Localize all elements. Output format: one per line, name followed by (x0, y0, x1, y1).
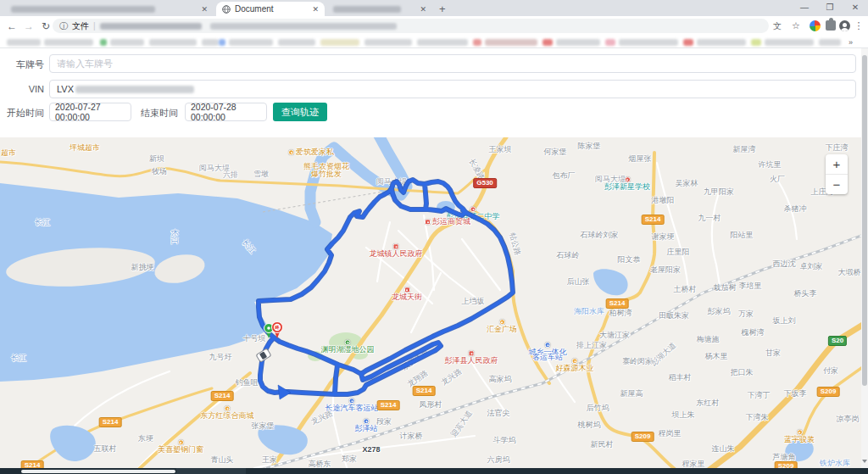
new-tab-button[interactable]: + (439, 3, 446, 15)
bookmark-item-redacted[interactable] (485, 39, 537, 46)
bookmark-item-redacted[interactable] (751, 39, 761, 46)
bookmark-item-redacted[interactable] (473, 39, 481, 46)
bookmark-item-redacted[interactable] (202, 39, 219, 46)
bookmark-item-redacted[interactable] (364, 39, 412, 46)
bookmark-item-redacted[interactable] (100, 39, 107, 46)
vin-value: LVX (57, 84, 74, 94)
map-zoom-control: + − (826, 154, 848, 194)
plate-input[interactable]: 请输入车牌号 (49, 54, 856, 73)
scroll-down-icon[interactable] (862, 460, 867, 463)
url-separator: | (93, 21, 96, 31)
horizontal-scrollbar-segment (176, 468, 246, 474)
basemap-layer (0, 137, 861, 468)
bookmark-item-redacted[interactable] (605, 39, 615, 46)
bookmark-item-redacted[interactable] (683, 39, 693, 46)
window-maximize-button[interactable]: ❐ (817, 0, 843, 16)
bookmark-item-redacted[interactable] (278, 39, 315, 46)
window-minimize-button[interactable]: — (792, 0, 817, 16)
tab-close-icon[interactable]: ✕ (413, 5, 426, 14)
end-time-input[interactable]: 2020-07-28 00:00:00 (185, 103, 267, 121)
start-time-input[interactable]: 2020-07-27 00:00:00 (49, 103, 131, 121)
vin-label: VIN (5, 84, 44, 94)
plate-label: 车牌号 (5, 59, 44, 71)
bookmark-item-redacted[interactable] (219, 39, 225, 46)
vertical-scrollbar[interactable] (861, 48, 868, 468)
tab-title-redacted (11, 6, 155, 13)
bookmarks-overflow-icon[interactable]: » (849, 38, 853, 47)
reload-icon[interactable]: ↻ (37, 20, 54, 32)
end-time-label: 结束时间 (141, 107, 178, 120)
browser-menu-icon[interactable]: ⋮ (851, 19, 866, 33)
bookmark-item-redacted[interactable] (542, 39, 553, 46)
bookmark-item-redacted[interactable] (149, 39, 197, 46)
map-canvas[interactable]: 坪城超市超市新坝阅马大堤牧场六排雪墩阅马大堤阅马大堤爱筑爱家私熊毛农资烟花爆竹批… (0, 137, 861, 468)
start-time-value: 2020-07-27 00:00:00 (55, 102, 125, 122)
horizontal-scrollbar[interactable] (0, 468, 868, 474)
bookmark-item-redacted[interactable] (619, 39, 678, 46)
url-scheme: 文件 (72, 20, 89, 32)
extension-colored-icon[interactable] (810, 20, 821, 31)
info-icon: ⓘ (59, 20, 68, 32)
tab-close-icon[interactable]: ✕ (305, 5, 319, 14)
globe-icon (222, 5, 231, 14)
window-close-button[interactable]: ✕ (843, 0, 868, 16)
bookmark-item-redacted[interactable] (556, 39, 600, 46)
start-time-label: 开始时间 (5, 107, 44, 120)
query-track-button[interactable]: 查询轨迹 (273, 103, 327, 121)
forward-icon[interactable]: → (20, 20, 37, 32)
vertical-scrollbar-thumb[interactable] (862, 55, 867, 386)
bookmark-item-redacted[interactable] (697, 39, 746, 46)
bookmark-item-redacted[interactable] (819, 39, 841, 46)
bookmark-item-redacted[interactable] (765, 39, 814, 46)
browser-tab-strip: ✕ Document ✕ ✕ + — ❐ ✕ (0, 0, 868, 16)
plate-placeholder: 请输入车牌号 (57, 58, 113, 70)
vin-input[interactable]: LVX (49, 80, 856, 98)
tab-blurred-2[interactable]: ✕ (327, 2, 432, 16)
url-redacted (100, 23, 202, 30)
horizontal-scrollbar-thumb[interactable] (21, 470, 175, 474)
bookmark-item-redacted[interactable] (44, 39, 93, 46)
translate-icon[interactable]: 文 (770, 19, 785, 33)
vin-redacted (75, 86, 194, 93)
bookmarks-bar (0, 36, 868, 48)
bookmark-item-redacted[interactable] (110, 39, 144, 46)
tab-title-redacted (333, 6, 401, 13)
back-icon[interactable]: ← (3, 20, 20, 32)
address-bar[interactable]: ⓘ 文件 | (53, 19, 769, 33)
bookmark-item-redacted[interactable] (320, 39, 359, 46)
tab-title: Document (235, 4, 274, 14)
bookmark-item-redacted[interactable] (229, 39, 273, 46)
profile-avatar[interactable] (839, 20, 850, 31)
tab-document[interactable]: Document ✕ (216, 2, 325, 16)
bookmark-item-redacted[interactable] (417, 39, 468, 46)
tab-close-icon[interactable]: ✕ (194, 5, 208, 14)
zoom-out-button[interactable]: − (826, 175, 848, 194)
tab-blurred-1[interactable]: ✕ (5, 2, 214, 16)
zoom-in-button[interactable]: + (826, 154, 848, 174)
end-time-value: 2020-07-28 00:00:00 (191, 102, 261, 122)
url-redacted (210, 23, 397, 30)
extensions-puzzle-icon[interactable] (826, 20, 836, 31)
bookmark-item-redacted[interactable] (7, 39, 41, 46)
bookmark-star-icon[interactable]: ☆ (788, 19, 804, 33)
